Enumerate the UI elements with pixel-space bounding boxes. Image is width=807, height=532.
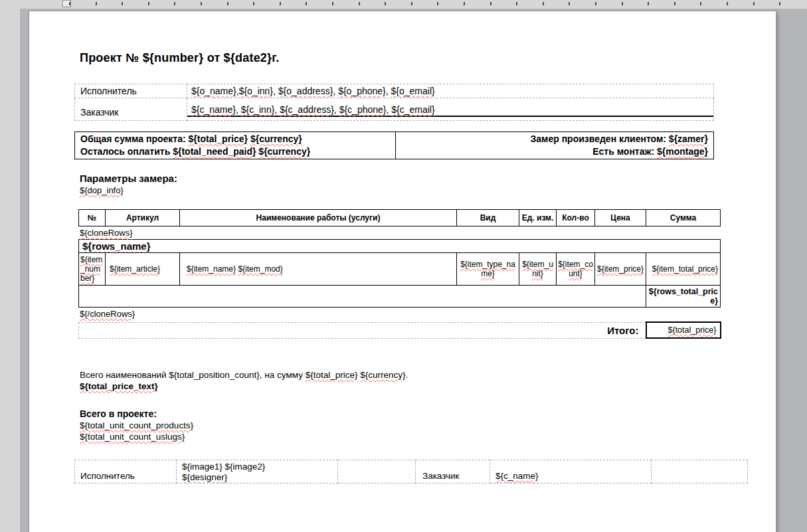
item-total-cell: ${item_total_price} [646, 253, 721, 286]
parties-table: Исполнитель ${o_name},${o_inn}, ${o_addr… [74, 84, 714, 121]
item-template-row: ${item_number} ${item_article} ${item_na… [79, 253, 721, 286]
total-price-line: Общая сумма проекта: ${total_price} ${cu… [80, 133, 390, 145]
grand-total-table: Итого: ${total_price} [78, 321, 721, 339]
unit-count-products-placeholder: ${total_unit_count_products} [80, 420, 776, 431]
signature-table: Исполнитель ${image1} ${image2} ${design… [74, 460, 748, 484]
col-header-sum: Сумма [646, 210, 721, 226]
summary-table: Общая сумма проекта: ${total_price} ${cu… [74, 132, 714, 159]
group-name-cell: ${rows_name} [79, 240, 721, 253]
document-page[interactable]: Проект № ${number} от ${date2}г. Исполни… [29, 11, 776, 532]
signature-executor-label: Исполнитель [75, 460, 177, 484]
item-article-cell: ${item_article} [106, 253, 180, 286]
table-row: Итого: ${total_price} [79, 322, 721, 338]
executor-value: ${o_name},${o_inn}, ${o_address}, ${o_ph… [187, 84, 714, 98]
need-paid-line: Осталось оплатить ${total_need_paid} ${c… [80, 145, 390, 158]
col-header-type: Вид [457, 210, 519, 226]
col-header-unit: Ед. изм. [519, 210, 557, 226]
clone-rows-open-tag: ${cloneRows} [80, 228, 776, 238]
items-header-table: № Артикул Наименование работы (услуги) В… [78, 209, 721, 226]
customer-label: Заказчик [75, 98, 187, 121]
group-total-spacer-cell [79, 286, 646, 308]
executor-label: Исполнитель [75, 84, 187, 98]
table-row: Исполнитель ${o_name},${o_inn}, ${o_addr… [75, 84, 714, 98]
table-row: ${rows_name} [79, 240, 721, 253]
signature-executor-cell: ${image1} ${image2} ${designer} [177, 460, 338, 484]
table-row: Исполнитель ${image1} ${image2} ${design… [75, 460, 748, 484]
customer-value: ${c_name}, ${c_inn}, ${c_address}, ${c_p… [187, 104, 713, 117]
summary-left-cell: Общая сумма проекта: ${total_price} ${cu… [75, 132, 396, 159]
item-count-cell: ${item_count} [557, 253, 595, 286]
signature-images: ${image1} ${image2} [182, 462, 332, 472]
items-body-table: ${rows_name} ${item_number} ${item_artic… [78, 239, 721, 308]
signature-customer-label: Заказчик [416, 460, 490, 484]
summary-right-cell: Замер произведен клиентом: ${zamer} Есть… [396, 132, 714, 159]
document-viewport[interactable]: Проект № ${number} от ${date2}г. Исполни… [20, 9, 807, 532]
ruler-ticks [69, 2, 788, 5]
col-header-count: Кол-во [557, 210, 595, 226]
dop-info-placeholder: ${dop_info} [80, 185, 776, 196]
signature-spacer-cell [652, 460, 748, 484]
montage-line: Есть монтаж: ${montage} [401, 145, 708, 158]
clone-rows-close-tag: ${/cloneRows} [80, 310, 776, 319]
item-type-cell: ${item_type_name} [457, 253, 519, 286]
total-price-text-placeholder: ${total_price_text} [80, 381, 776, 392]
customer-value-cell: ${c_name}, ${c_inn}, ${c_address}, ${c_p… [187, 98, 714, 121]
item-name-cell: ${item_name} ${item_mod} [180, 253, 457, 286]
table-row: Общая сумма проекта: ${total_price} ${cu… [75, 132, 714, 159]
totals-summary-line: Всего наименований ${total_position_coun… [80, 369, 776, 381]
item-unit-cell: ${item_unit} [519, 253, 557, 286]
horizontal-ruler [0, 0, 807, 9]
col-header-price: Цена [595, 210, 646, 226]
zamer-line: Замер произведен клиентом: ${zamer} [401, 133, 708, 145]
unit-count-uslugs-placeholder: ${total_unit_count_uslugs} [80, 431, 776, 442]
col-header-article: Артикул [106, 210, 180, 226]
col-header-number: № [79, 210, 106, 226]
group-total-cell: ${rows_total_price} [646, 286, 721, 308]
page-title: Проект № ${number} от ${date2}г. [80, 51, 776, 65]
signature-customer-name: ${c_name} [490, 460, 652, 484]
table-row: № Артикул Наименование работы (услуги) В… [79, 210, 721, 226]
item-price-cell: ${item_price} [595, 253, 646, 286]
project-totals-heading: Всего в проекте: [80, 408, 776, 420]
signature-spacer-cell [338, 460, 416, 484]
grand-total-label: Итого: [79, 322, 646, 338]
grand-total-value: ${total_price} [646, 322, 721, 338]
signature-designer: ${designer} [182, 472, 332, 483]
table-row: Заказчик ${c_name}, ${c_inn}, ${c_addres… [75, 98, 714, 121]
measure-params-heading: Параметры замера: [80, 173, 776, 185]
col-header-name: Наименование работы (услуги) [180, 210, 457, 226]
item-number-cell: ${item_number} [79, 253, 106, 286]
table-row: ${rows_total_price} [79, 286, 721, 308]
